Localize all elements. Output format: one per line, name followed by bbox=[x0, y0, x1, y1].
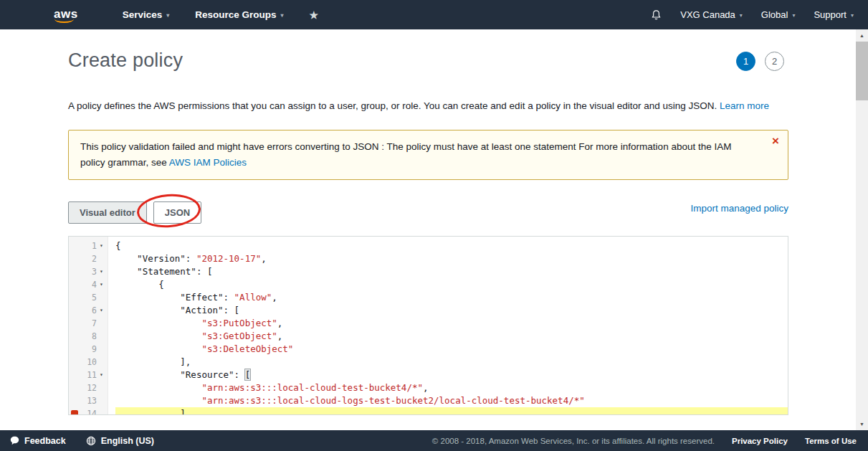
feedback-button[interactable]: Feedback bbox=[10, 436, 66, 446]
region-label: Global bbox=[761, 9, 788, 20]
close-icon[interactable]: × bbox=[772, 135, 779, 147]
fold-arrow-icon[interactable]: ▾ bbox=[97, 371, 106, 378]
chevron-down-icon: ▾ bbox=[851, 11, 854, 19]
scrollbar-thumb[interactable] bbox=[856, 42, 868, 100]
gutter-line: 12 bbox=[69, 381, 108, 394]
code-line[interactable]: { bbox=[115, 278, 788, 291]
line-number: 10 bbox=[87, 357, 97, 367]
line-number: 13 bbox=[87, 396, 97, 406]
tab-visual-editor[interactable]: Visual editor bbox=[68, 201, 147, 224]
line-number: 2 bbox=[92, 254, 97, 264]
fold-arrow-icon[interactable]: ▾ bbox=[97, 307, 106, 313]
step-1-indicator[interactable]: 1 bbox=[736, 52, 755, 71]
line-number: 5 bbox=[92, 293, 97, 303]
nav-services-label: Services bbox=[123, 9, 163, 20]
fold-arrow-icon[interactable]: ▾ bbox=[97, 281, 106, 288]
code-line[interactable]: "Resource": [ bbox=[115, 369, 788, 381]
code-line[interactable]: "Action": [ bbox=[115, 304, 788, 317]
create-policy-content: Create policy 1 2 A policy defines the A… bbox=[0, 29, 868, 415]
nav-region-menu[interactable]: Global ▾ bbox=[761, 9, 796, 20]
import-managed-policy-link[interactable]: Import managed policy bbox=[690, 203, 788, 214]
scroll-down-arrow[interactable]: ▼ bbox=[856, 418, 868, 430]
aws-iam-policies-link[interactable]: AWS IAM Policies bbox=[169, 157, 247, 168]
gutter-line: 11▾ bbox=[69, 369, 108, 381]
gutter-line: 9 bbox=[69, 343, 108, 356]
scroll-up-arrow[interactable]: ▲ bbox=[856, 29, 868, 42]
line-number: 1 bbox=[92, 241, 97, 251]
footer-right-group: © 2008 - 2018, Amazon Web Services, Inc.… bbox=[432, 437, 857, 445]
code-line[interactable]: ] bbox=[115, 407, 788, 414]
line-number: 4 bbox=[92, 280, 97, 290]
code-line[interactable]: "s3:PutObject", bbox=[115, 317, 788, 330]
feedback-label: Feedback bbox=[24, 436, 66, 446]
support-label: Support bbox=[814, 9, 846, 20]
footer-left-group: Feedback English (US) bbox=[10, 436, 154, 446]
gutter-line: 3▾ bbox=[69, 265, 108, 278]
navbar-right-group: VXG Canada ▾ Global ▾ Support ▾ bbox=[651, 9, 857, 21]
learn-more-link[interactable]: Learn more bbox=[720, 100, 769, 111]
fold-arrow-icon[interactable]: ▾ bbox=[97, 242, 106, 249]
vertical-scrollbar[interactable]: ▲ ▼ bbox=[856, 29, 868, 430]
code-line[interactable]: "Effect": "Allow", bbox=[115, 291, 788, 304]
globe-icon bbox=[86, 436, 96, 446]
chevron-down-icon: ▾ bbox=[281, 11, 284, 19]
gutter-line: 8 bbox=[69, 330, 108, 343]
nav-resource-groups-menu[interactable]: Resource Groups ▾ bbox=[195, 9, 283, 20]
chevron-down-icon: ▾ bbox=[792, 11, 795, 19]
account-name-label: VXG Canada bbox=[680, 9, 735, 20]
aws-logo-text: aws bbox=[54, 7, 78, 21]
nav-services-menu[interactable]: Services ▾ bbox=[123, 9, 170, 20]
privacy-policy-link[interactable]: Privacy Policy bbox=[732, 437, 788, 445]
gutter-line: 14 bbox=[69, 407, 108, 415]
code-line[interactable]: "arn:aws:s3:::local-cloud-test-bucket4/*… bbox=[115, 381, 788, 394]
code-line[interactable]: { bbox=[115, 239, 788, 252]
gutter-line: 6▾ bbox=[69, 304, 108, 317]
chevron-down-icon: ▾ bbox=[740, 11, 743, 19]
nav-resource-groups-label: Resource Groups bbox=[195, 9, 276, 20]
line-number: 11 bbox=[87, 370, 97, 380]
line-number: 7 bbox=[92, 318, 97, 328]
code-line[interactable]: "arn:aws:s3:::local-cloud-logs-test-buck… bbox=[115, 394, 788, 407]
page-title: Create policy bbox=[68, 49, 183, 72]
gutter-line: 10 bbox=[69, 356, 108, 369]
wizard-steps: 1 2 bbox=[736, 52, 784, 71]
bell-icon bbox=[651, 9, 662, 21]
code-line[interactable]: ], bbox=[115, 356, 788, 369]
gutter-line: 4▾ bbox=[69, 278, 108, 291]
fold-arrow-icon[interactable]: ▾ bbox=[97, 268, 106, 275]
code-lines[interactable]: { "Version": "2012-10-17", "Statement": … bbox=[108, 237, 788, 414]
notifications-bell-button[interactable] bbox=[651, 9, 662, 21]
editor-tabs: Visual editor JSON bbox=[68, 201, 201, 224]
step-2-indicator[interactable]: 2 bbox=[765, 52, 784, 71]
json-policy-editor[interactable]: 1▾23▾4▾56▾7891011▾121314 { "Version": "2… bbox=[68, 236, 788, 415]
code-gutter: 1▾23▾4▾56▾7891011▾121314 bbox=[69, 237, 108, 414]
gutter-line: 13 bbox=[69, 394, 108, 407]
line-number: 12 bbox=[87, 383, 97, 393]
error-marker-icon bbox=[71, 410, 78, 415]
gutter-line: 7 bbox=[69, 317, 108, 330]
line-number: 14 bbox=[87, 409, 97, 415]
tab-json[interactable]: JSON bbox=[153, 201, 201, 224]
intro-text: A policy defines the AWS permissions tha… bbox=[68, 100, 788, 111]
code-line[interactable]: "s3:GetObject", bbox=[115, 330, 788, 343]
footer-bar: Feedback English (US) © 2008 - 2018, Ama… bbox=[0, 430, 868, 451]
line-number: 9 bbox=[92, 344, 97, 354]
language-selector[interactable]: English (US) bbox=[86, 436, 154, 446]
gutter-line: 2 bbox=[69, 252, 108, 265]
pin-star-icon[interactable]: ★ bbox=[310, 9, 319, 21]
aws-logo[interactable]: aws bbox=[54, 7, 78, 23]
terms-of-use-link[interactable]: Terms of Use bbox=[805, 437, 857, 445]
nav-support-menu[interactable]: Support ▾ bbox=[814, 9, 854, 20]
line-number: 6 bbox=[92, 305, 97, 315]
page-header-row: Create policy 1 2 bbox=[68, 49, 788, 72]
aws-console-page: aws Services ▾ Resource Groups ▾ ★ VXG bbox=[0, 0, 868, 451]
code-line[interactable]: "s3:DeleteObject" bbox=[115, 343, 788, 356]
validation-warning-banner: × This policy validation failed and migh… bbox=[68, 130, 788, 180]
language-label: English (US) bbox=[101, 436, 154, 446]
line-number: 3 bbox=[92, 267, 97, 277]
nav-account-menu[interactable]: VXG Canada ▾ bbox=[680, 9, 743, 20]
editor-tabs-row: Visual editor JSON Import managed policy bbox=[68, 201, 788, 224]
intro-sentence: A policy defines the AWS permissions tha… bbox=[68, 100, 717, 111]
code-line[interactable]: "Version": "2012-10-17", bbox=[115, 252, 788, 265]
code-line[interactable]: "Statement": [ bbox=[115, 265, 788, 278]
